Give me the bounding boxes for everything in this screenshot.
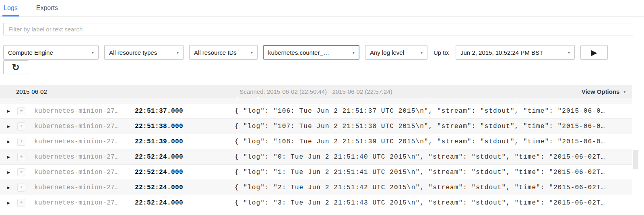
log-timestamp: 22:51:36.000 (135, 98, 195, 99)
chevron-down-icon: ▾ (251, 50, 253, 55)
chevron-down-icon: ▾ (623, 90, 625, 94)
log-timestamp: 22:52:24.000 (135, 169, 195, 176)
refresh-icon: ↻ (12, 63, 19, 72)
up-to-datetime-dropdown[interactable]: Jun 2, 2015, 10:52:24 PM BST ▾ (456, 45, 575, 60)
log-payload: { "log": "0: Tue Jun 2 21:51:40 UTC 2015… (235, 153, 632, 161)
log-payload: { "log": "2: Tue Jun 2 21:51:42 UTC 2015… (235, 184, 632, 191)
log-payload: { "log": "3: Tue Jun 2 21:51:43 UTC 2015… (235, 199, 632, 207)
log-entry-row[interactable]: ▶ * kubernetes-minion-27… 22:51:36.000 {… (0, 98, 632, 103)
log-source-asterisk-icon: * (17, 107, 25, 115)
play-icon: ▶ (591, 48, 597, 57)
log-entry-row[interactable]: ▶ * kubernetes-minion-27… 22:51:37.000 {… (0, 103, 632, 118)
log-level-label: Any log level (370, 49, 404, 56)
log-source-asterisk-icon: * (17, 122, 25, 130)
log-timestamp: 22:51:37.000 (135, 108, 195, 115)
log-hostname: kubernetes-minion-27… (34, 98, 135, 99)
log-entry-row[interactable]: ▶ * kubernetes-minion-27… 22:51:38.000 {… (0, 118, 632, 134)
view-options-button[interactable]: View Options ▾ (582, 88, 625, 95)
log-source-asterisk-icon: * (17, 138, 25, 146)
log-source-asterisk-icon: * (17, 184, 25, 192)
log-entry-row[interactable]: ▶ * kubernetes-minion-27… 22:52:24.000 {… (0, 195, 632, 210)
log-hostname: kubernetes-minion-27… (34, 108, 135, 115)
refresh-button[interactable]: ↻ (3, 60, 28, 74)
log-hostname: kubernetes-minion-27… (34, 123, 135, 130)
log-table-header: Scanned: 2015-06-02 (22:50:44) - 2015-06… (0, 85, 632, 98)
service-dropdown[interactable]: Compute Engine ▾ (3, 45, 99, 60)
log-hostname: kubernetes-minion-27… (34, 138, 135, 145)
log-timestamp: 22:52:24.000 (135, 184, 195, 191)
chevron-down-icon: ▾ (568, 50, 570, 55)
log-timestamp: 22:52:24.000 (135, 153, 195, 161)
log-source-asterisk-icon: * (17, 199, 25, 207)
log-hostname: kubernetes-minion-27… (34, 169, 135, 176)
clipped-log-entry-row[interactable]: ▶ * kubernetes-minion-27… 22:51:36.000 {… (0, 98, 632, 103)
log-timestamp: 22:51:38.000 (135, 123, 195, 130)
search-row (0, 17, 644, 35)
log-source-asterisk-icon: * (17, 153, 25, 161)
log-timestamp: 22:51:39.000 (135, 138, 195, 145)
log-source-asterisk-icon: * (17, 98, 25, 99)
logs-viewer: Logs Exports Compute Engine ▾ All resour… (0, 0, 644, 210)
expand-arrow-icon[interactable]: ▶ (7, 186, 12, 190)
log-name-label: kubernetes.counter_… (268, 49, 329, 56)
scanned-range-text: Scanned: 2015-06-02 (22:50:44) - 2015-06… (0, 88, 632, 95)
log-rows: ▶ * kubernetes-minion-27… 22:51:36.000 {… (0, 98, 632, 210)
log-timestamp: 22:52:24.000 (135, 199, 195, 207)
log-entry-row[interactable]: ▶ * kubernetes-minion-27… 22:52:24.000 {… (0, 149, 632, 164)
expand-arrow-icon[interactable]: ▶ (7, 201, 12, 205)
chevron-down-icon: ▾ (92, 50, 94, 55)
vertical-scrollbar-thumb[interactable] (633, 150, 638, 169)
view-options-label: View Options (582, 88, 620, 95)
resource-ids-dropdown[interactable]: All resource IDs ▾ (189, 45, 258, 60)
log-entry-row[interactable]: ▶ * kubernetes-minion-27… 22:52:24.000 {… (0, 180, 632, 195)
tab-exports[interactable]: Exports (36, 0, 58, 16)
up-to-datetime-label: Jun 2, 2015, 10:52:24 PM BST (460, 49, 543, 56)
expand-arrow-icon[interactable]: ▶ (7, 109, 12, 113)
tab-logs[interactable]: Logs (4, 0, 18, 16)
filter-search-input[interactable] (3, 23, 633, 35)
log-entry-row[interactable]: ▶ * kubernetes-minion-27… 22:52:24.000 {… (0, 164, 632, 180)
expand-arrow-icon[interactable]: ▶ (7, 170, 12, 174)
log-level-dropdown[interactable]: Any log level ▾ (365, 45, 427, 60)
resource-ids-label: All resource IDs (194, 49, 237, 56)
service-dropdown-label: Compute Engine (8, 49, 53, 56)
resource-types-dropdown[interactable]: All resource types ▾ (104, 45, 184, 60)
run-stream-button[interactable]: ▶ (580, 45, 608, 60)
log-name-dropdown[interactable]: kubernetes.counter_… ▾ (263, 45, 359, 60)
refresh-row: ↻ (0, 60, 644, 74)
up-to-label: Up to: (433, 49, 450, 56)
log-payload: { "log": "1: Tue Jun 2 21:51:41 UTC 2015… (235, 169, 632, 176)
expand-arrow-icon[interactable]: ▶ (7, 155, 12, 159)
log-hostname: kubernetes-minion-27… (34, 153, 135, 161)
filter-row: Compute Engine ▾ All resource types ▾ Al… (0, 35, 644, 60)
chevron-down-icon: ▾ (421, 50, 423, 55)
log-payload: { "log": "108: Tue Jun 2 21:51:39 UTC 20… (235, 138, 632, 145)
chevron-down-icon: ▾ (353, 50, 355, 55)
resource-types-label: All resource types (109, 49, 157, 56)
log-hostname: kubernetes-minion-27… (34, 184, 135, 191)
log-source-asterisk-icon: * (17, 168, 25, 176)
expand-arrow-icon[interactable]: ▶ (7, 124, 12, 128)
log-payload: { "log": "105: Tue Jun 2 21:51:36 UTC 20… (235, 98, 632, 99)
log-entry-row[interactable]: ▶ * kubernetes-minion-27… 22:51:39.000 {… (0, 134, 632, 149)
expand-arrow-icon[interactable]: ▶ (7, 140, 12, 144)
log-payload: { "log": "107: Tue Jun 2 21:51:38 UTC 20… (235, 123, 632, 130)
chevron-down-icon: ▾ (177, 50, 179, 55)
log-hostname: kubernetes-minion-27… (34, 199, 135, 207)
tab-bar: Logs Exports (0, 0, 644, 17)
log-payload: { "log": "106: Tue Jun 2 21:51:37 UTC 20… (235, 108, 632, 115)
